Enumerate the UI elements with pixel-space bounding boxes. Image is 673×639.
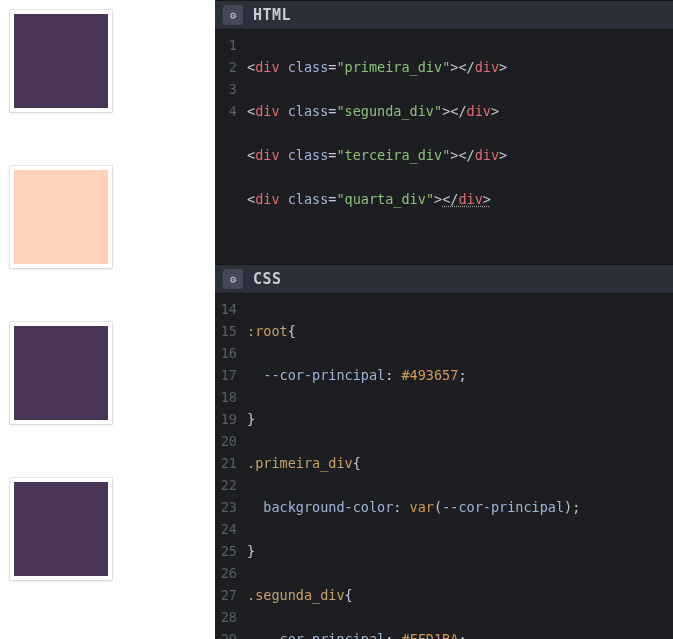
line-number: 26 bbox=[215, 562, 237, 584]
code-line[interactable]: } bbox=[247, 408, 673, 430]
code-line[interactable]: } bbox=[247, 540, 673, 562]
code-line[interactable]: .primeira_div{ bbox=[247, 452, 673, 474]
preview-box-terceira bbox=[10, 322, 112, 424]
preview-box-primeira bbox=[10, 10, 112, 112]
code-line[interactable]: .segunda_div{ bbox=[247, 584, 673, 606]
line-number: 3 bbox=[215, 78, 237, 100]
gear-icon[interactable]: ⚙ bbox=[223, 5, 243, 25]
code-line[interactable]: background-color: var(--cor-principal); bbox=[247, 496, 673, 518]
line-number: 22 bbox=[215, 474, 237, 496]
css-code-area[interactable]: 14 15 16 17 18 19 20 21 22 23 24 25 26 2… bbox=[215, 294, 673, 639]
line-number: 20 bbox=[215, 430, 237, 452]
line-number: 18 bbox=[215, 386, 237, 408]
line-number: 29 bbox=[215, 628, 237, 639]
css-panel: ⚙ CSS 14 15 16 17 18 19 20 21 22 23 24 2… bbox=[215, 264, 673, 639]
css-code[interactable]: :root{ --cor-principal: #493657; } .prim… bbox=[247, 298, 673, 639]
html-code[interactable]: <div class="primeira_div"></div> <div cl… bbox=[247, 34, 673, 254]
css-panel-title: CSS bbox=[253, 270, 282, 288]
html-gutter: 1 2 3 4 bbox=[215, 34, 247, 254]
line-number: 28 bbox=[215, 606, 237, 628]
code-line[interactable]: :root{ bbox=[247, 320, 673, 342]
preview-box-segunda bbox=[10, 166, 112, 268]
css-gutter: 14 15 16 17 18 19 20 21 22 23 24 25 26 2… bbox=[215, 298, 247, 639]
preview-pane bbox=[0, 0, 215, 639]
code-line[interactable]: <div class="terceira_div"></div> bbox=[247, 144, 673, 166]
line-number: 23 bbox=[215, 496, 237, 518]
line-number: 4 bbox=[215, 100, 237, 122]
html-panel-title: HTML bbox=[253, 6, 291, 24]
html-panel: ⚙ HTML 1 2 3 4 <div class="primeira_div"… bbox=[215, 0, 673, 258]
gear-icon[interactable]: ⚙ bbox=[223, 269, 243, 289]
editor-pane: ⚙ HTML 1 2 3 4 <div class="primeira_div"… bbox=[215, 0, 673, 639]
css-panel-header[interactable]: ⚙ CSS bbox=[215, 264, 673, 294]
line-number: 2 bbox=[215, 56, 237, 78]
line-number: 19 bbox=[215, 408, 237, 430]
line-number: 24 bbox=[215, 518, 237, 540]
preview-box-quarta bbox=[10, 478, 112, 580]
code-line[interactable]: <div class="primeira_div"></div> bbox=[247, 56, 673, 78]
line-number: 21 bbox=[215, 452, 237, 474]
html-panel-header[interactable]: ⚙ HTML bbox=[215, 0, 673, 30]
line-number: 17 bbox=[215, 364, 237, 386]
code-line[interactable]: <div class="quarta_div"></div> bbox=[247, 188, 673, 210]
line-number: 27 bbox=[215, 584, 237, 606]
html-code-area[interactable]: 1 2 3 4 <div class="primeira_div"></div>… bbox=[215, 30, 673, 258]
line-number: 16 bbox=[215, 342, 237, 364]
line-number: 15 bbox=[215, 320, 237, 342]
code-line[interactable]: <div class="segunda_div"></div> bbox=[247, 100, 673, 122]
line-number: 25 bbox=[215, 540, 237, 562]
line-number: 1 bbox=[215, 34, 237, 56]
line-number: 14 bbox=[215, 298, 237, 320]
code-line[interactable]: --cor-principal: #FFD1BA; bbox=[247, 628, 673, 639]
code-line[interactable]: --cor-principal: #493657; bbox=[247, 364, 673, 386]
